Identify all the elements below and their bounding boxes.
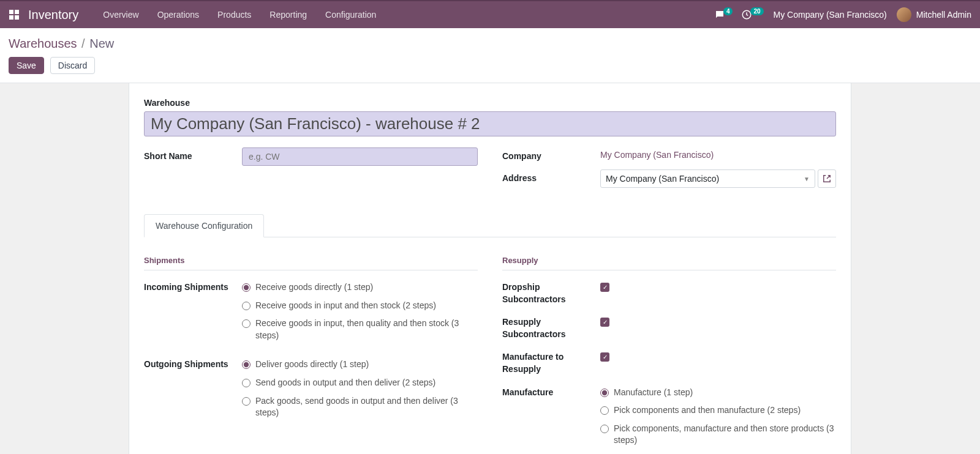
address-value: My Company (San Francisco) [606, 174, 719, 184]
outgoing-opt-2[interactable]: Send goods in output and then deliver (2… [242, 377, 478, 389]
company-link[interactable]: My Company (San Francisco) [600, 147, 714, 160]
resupply-sub-checkbox[interactable]: ✓ [600, 318, 609, 327]
chevron-down-icon: ▼ [804, 176, 810, 182]
outgoing-opt-3[interactable]: Pack goods, send goods in output and the… [242, 395, 478, 419]
manufacture-to-resupply-label: Manufacture to Resupply [502, 351, 600, 375]
breadcrumb-separator: / [81, 37, 85, 50]
activities-badge: 20 [750, 7, 763, 15]
incoming-shipments-label: Incoming Shipments [144, 281, 242, 348]
incoming-opt-1[interactable]: Receive goods directly (1 step) [242, 281, 478, 294]
address-label: Address [502, 169, 600, 183]
svg-rect-3 [15, 15, 19, 20]
outgoing-opt-1-text: Deliver goods directly (1 step) [255, 359, 369, 371]
radio-mfg-2[interactable] [600, 406, 609, 415]
section-resupply: Resupply [502, 256, 836, 270]
address-select[interactable]: My Company (San Francisco) ▼ [600, 169, 815, 188]
svg-rect-2 [9, 15, 13, 20]
manufacture-opt-1-text: Manufacture (1 step) [614, 387, 693, 399]
incoming-opt-1-text: Receive goods directly (1 step) [255, 281, 373, 294]
dropship-checkbox[interactable]: ✓ [600, 283, 609, 292]
app-brand[interactable]: Inventory [28, 8, 78, 22]
nav-configuration[interactable]: Configuration [317, 6, 385, 23]
radio-mfg-3[interactable] [600, 425, 609, 433]
manufacture-opt-2-text: Pick components and then manufacture (2 … [614, 404, 801, 417]
company-switcher[interactable]: My Company (San Francisco) [774, 10, 887, 20]
outgoing-shipments-label: Outgoing Shipments [144, 359, 242, 425]
breadcrumb-bar: Warehouses / New [0, 28, 980, 51]
short-name-input[interactable] [242, 147, 478, 166]
breadcrumb-current: New [89, 37, 114, 50]
external-link-button[interactable] [818, 169, 836, 188]
radio-incoming-3[interactable] [242, 319, 251, 328]
manufacture-opt-3-text: Pick components, manufacture and then st… [614, 423, 836, 447]
radio-incoming-1[interactable] [242, 283, 251, 292]
user-name: Mitchell Admin [916, 10, 971, 20]
incoming-opt-3-text: Receive goods in input, then quality and… [255, 318, 478, 341]
nav-operations[interactable]: Operations [149, 6, 208, 23]
manufacture-opt-2[interactable]: Pick components and then manufacture (2 … [600, 404, 836, 417]
save-button[interactable]: Save [9, 57, 44, 74]
warehouse-name-input[interactable] [144, 111, 836, 136]
resupply-subcontractors-label: Resupply Subcontractors [502, 316, 600, 340]
section-shipments: Shipments [144, 256, 478, 270]
short-name-label: Short Name [144, 147, 242, 161]
breadcrumb-parent[interactable]: Warehouses [9, 37, 77, 50]
outgoing-opt-2-text: Send goods in output and then deliver (2… [255, 377, 435, 389]
nav-overview[interactable]: Overview [94, 6, 147, 23]
radio-outgoing-2[interactable] [242, 379, 251, 387]
svg-rect-0 [9, 10, 13, 14]
outgoing-opt-3-text: Pack goods, send goods in output and the… [255, 395, 478, 419]
company-label: Company [502, 147, 600, 161]
notebook-tabs: Warehouse Configuration [144, 214, 836, 237]
user-menu[interactable]: Mitchell Admin [897, 7, 971, 22]
activities-button[interactable]: 20 [741, 9, 763, 20]
outgoing-opt-1[interactable]: Deliver goods directly (1 step) [242, 359, 478, 371]
messages-badge: 4 [723, 7, 733, 15]
radio-incoming-2[interactable] [242, 302, 251, 310]
control-panel: Save Discard [0, 51, 980, 83]
warehouse-name-label: Warehouse [144, 98, 836, 108]
manufacture-opt-1[interactable]: Manufacture (1 step) [600, 387, 836, 399]
incoming-opt-2[interactable]: Receive goods in input and then stock (2… [242, 300, 478, 312]
nav-products[interactable]: Products [209, 6, 260, 23]
nav-reporting[interactable]: Reporting [261, 6, 315, 23]
manufacture-opt-3[interactable]: Pick components, manufacture and then st… [600, 423, 836, 447]
form-sheet: Warehouse Short Name Company My Company … [129, 83, 851, 454]
radio-outgoing-1[interactable] [242, 360, 251, 369]
discard-button[interactable]: Discard [50, 57, 95, 74]
messaging-button[interactable]: 4 [714, 9, 733, 20]
topbar: Inventory Overview Operations Products R… [0, 0, 980, 28]
dropship-subcontractors-label: Dropship Subcontractors [502, 281, 600, 305]
mfg-resupply-checkbox[interactable]: ✓ [600, 352, 609, 362]
svg-rect-1 [15, 10, 19, 14]
radio-mfg-1[interactable] [600, 389, 609, 397]
apps-icon[interactable] [9, 9, 20, 20]
tab-warehouse-configuration[interactable]: Warehouse Configuration [144, 214, 264, 237]
incoming-opt-3[interactable]: Receive goods in input, then quality and… [242, 318, 478, 341]
incoming-opt-2-text: Receive goods in input and then stock (2… [255, 300, 436, 312]
manufacture-label: Manufacture [502, 387, 600, 453]
main-nav: Overview Operations Products Reporting C… [94, 6, 385, 23]
avatar [897, 7, 911, 22]
radio-outgoing-3[interactable] [242, 397, 251, 406]
